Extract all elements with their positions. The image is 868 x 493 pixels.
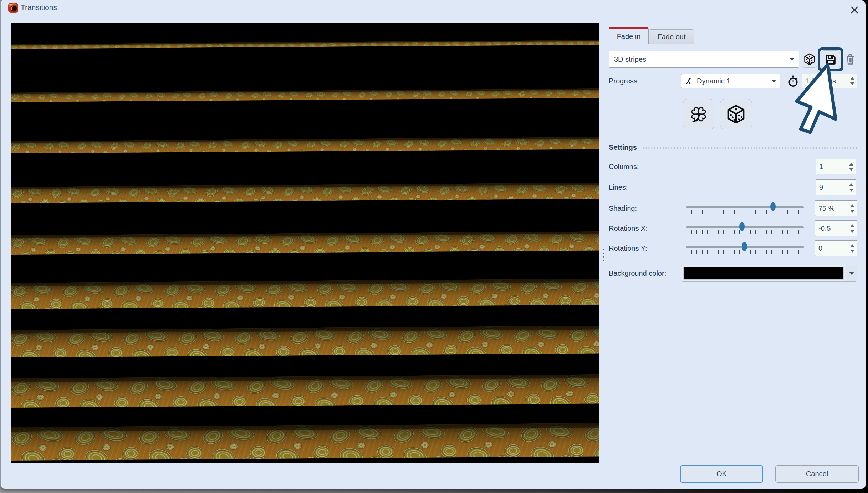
lines-spinbox[interactable]: 9 <box>816 179 856 195</box>
background-color-label: Background color: <box>609 265 666 282</box>
duration-stepper[interactable] <box>848 77 857 85</box>
step-up-icon[interactable] <box>850 224 854 227</box>
columns-value: 1 <box>816 163 847 171</box>
panel-splitter[interactable] <box>602 249 606 263</box>
rotations-y-spinbox[interactable]: 0 <box>815 240 857 256</box>
lines-label: Lines: <box>609 179 628 195</box>
lines-value: 9 <box>816 183 847 192</box>
window-title: Transitions <box>21 3 57 12</box>
tab-fade-in-label: Fade in <box>617 32 641 41</box>
slider-track[interactable] <box>686 226 804 228</box>
rotations-x-value: -0.5 <box>815 224 848 233</box>
columns-spinbox[interactable]: 1 <box>816 159 856 174</box>
step-down-icon[interactable] <box>849 189 853 192</box>
slider-track[interactable] <box>686 206 804 208</box>
rotations-y-label: Rotations Y: <box>609 240 647 256</box>
easing-value: Dynamic 1 <box>697 77 771 85</box>
preview-canvas <box>11 23 599 463</box>
shading-spinbox[interactable]: 75 % <box>815 200 857 216</box>
close-icon <box>850 6 859 14</box>
step-up-icon[interactable] <box>849 183 853 186</box>
slider-ticks <box>691 230 799 234</box>
transitions-dialog: Transitions Fade in Fade out 3D stripes <box>0 0 866 489</box>
columns-label: Columns: <box>609 159 639 174</box>
step-down-icon[interactable] <box>850 210 854 213</box>
ok-label: OK <box>716 470 727 478</box>
step-up-icon[interactable] <box>850 204 854 207</box>
progress-label: Progress: <box>609 74 639 88</box>
step-up-icon[interactable] <box>850 244 854 247</box>
ok-button[interactable]: OK <box>680 465 763 483</box>
tab-fade-out[interactable]: Fade out <box>649 29 694 44</box>
rotations-y-slider[interactable] <box>686 240 804 256</box>
rotations-y-value: 0 <box>815 244 848 253</box>
preset-select[interactable]: 3D stripes <box>609 51 799 68</box>
step-down-icon[interactable] <box>850 82 854 85</box>
rotations-x-slider[interactable] <box>686 220 804 236</box>
cancel-button[interactable]: Cancel <box>775 465 859 483</box>
title-bar: Transitions <box>1 0 866 21</box>
slider-ticks <box>691 210 799 214</box>
slider-thumb[interactable] <box>739 222 745 231</box>
step-down-icon[interactable] <box>850 230 854 233</box>
cursor-arrow <box>791 61 841 137</box>
step-up-icon[interactable] <box>849 163 853 166</box>
chevron-down-icon <box>790 58 795 61</box>
lines-stepper[interactable] <box>847 183 856 192</box>
columns-stepper[interactable] <box>847 163 856 171</box>
chevron-down-icon <box>849 272 854 275</box>
rotations-y-stepper[interactable] <box>848 244 857 253</box>
screen: Transitions Fade in Fade out 3D stripes <box>0 0 868 493</box>
settings-divider <box>643 147 857 149</box>
background-color-picker[interactable] <box>681 265 857 282</box>
shading-value: 75 % <box>815 204 848 213</box>
step-down-icon[interactable] <box>849 168 853 171</box>
random-settings-button[interactable] <box>720 99 752 129</box>
dice-icon <box>726 104 746 124</box>
step-up-icon[interactable] <box>850 77 854 80</box>
app-icon <box>8 2 19 13</box>
preview-stripes <box>11 23 599 463</box>
rotations-x-stepper[interactable] <box>848 224 857 233</box>
delete-preset-button[interactable] <box>843 51 857 68</box>
easing-select[interactable]: Dynamic 1 <box>681 74 780 88</box>
slider-thumb[interactable] <box>742 242 747 251</box>
tab-fade-out-label: Fade out <box>658 33 686 41</box>
lucky-settings-button[interactable] <box>683 99 714 129</box>
close-button[interactable] <box>847 3 862 17</box>
trash-icon <box>845 54 856 66</box>
preset-value: 3D stripes <box>614 55 790 63</box>
settings-header: Settings <box>609 143 637 152</box>
shading-label: Shading: <box>609 200 637 216</box>
color-swatch <box>683 267 844 280</box>
color-dropdown-button[interactable] <box>846 265 857 281</box>
shading-slider[interactable] <box>686 200 804 216</box>
step-down-icon[interactable] <box>850 250 854 253</box>
tab-fade-in[interactable]: Fade in <box>609 27 649 44</box>
clover-icon <box>689 105 708 124</box>
shading-stepper[interactable] <box>848 204 857 213</box>
cancel-label: Cancel <box>806 470 828 478</box>
easing-curve-icon <box>684 76 694 86</box>
rotations-x-spinbox[interactable]: -0.5 <box>815 220 857 236</box>
slider-ticks <box>691 250 799 254</box>
slider-thumb[interactable] <box>770 202 776 211</box>
rotations-x-label: Rotations X: <box>609 220 648 236</box>
chevron-down-icon <box>771 80 776 82</box>
